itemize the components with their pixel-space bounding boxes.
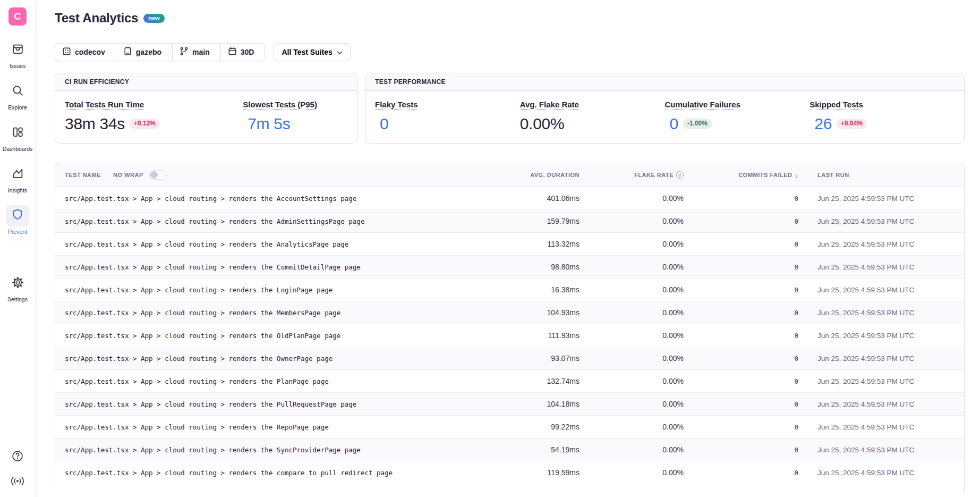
test-name-cell[interactable]: src/App.test.tsx > App > cloud routing >… (55, 423, 499, 431)
last-run-cell: Jun 25, 2025 4:59:53 PM UTC (798, 355, 964, 363)
avg-duration-cell: 159.79ms (547, 217, 580, 225)
column-flake-rate[interactable]: FLAKE RATE ? (634, 171, 684, 179)
table-row[interactable]: src/App.test.tsx > App > cloud routing >… (55, 210, 964, 233)
filter-segment-main[interactable]: main (173, 44, 221, 61)
test-name-cell[interactable]: src/App.test.tsx > App > cloud routing >… (55, 240, 499, 248)
test-name-cell[interactable]: src/App.test.tsx > App > cloud routing >… (55, 286, 499, 294)
sidebar-item-label: Insights (8, 187, 27, 193)
flake-rate-cell: 0.00% (662, 400, 684, 408)
change-badge: -1.00% (683, 119, 712, 129)
test-name-cell[interactable]: src/App.test.tsx > App > cloud routing >… (55, 263, 499, 271)
table-row[interactable]: src/App.test.tsx > App > cloud routing >… (55, 187, 964, 210)
stat-label[interactable]: Slowest Tests (P95) (243, 100, 317, 110)
filter-segmented-control: codecov gazebo main 30D (55, 43, 265, 61)
help-icon[interactable] (11, 449, 24, 465)
column-test-name[interactable]: TEST NAME (65, 172, 101, 178)
branch-icon (180, 47, 189, 57)
flake-rate-cell: 0.00% (662, 240, 684, 248)
sidebar-item-settings[interactable]: Settings (0, 273, 35, 302)
broadcast-icon[interactable] (10, 476, 25, 488)
column-last-run[interactable]: LAST RUN (798, 172, 964, 178)
last-run-cell: Jun 25, 2025 4:59:53 PM UTC (798, 240, 964, 248)
flake-rate-cell: 0.00% (662, 354, 684, 363)
test-name-cell[interactable]: src/App.test.tsx > App > cloud routing >… (55, 469, 499, 477)
stat-label[interactable]: Flaky Tests (375, 100, 418, 110)
last-run-cell: Jun 25, 2025 4:59:53 PM UTC (798, 446, 964, 454)
stat-block: Cumulative Failures 0 -1.00% (665, 100, 810, 133)
org-icon (62, 47, 71, 57)
table-body: src/App.test.tsx > App > cloud routing >… (55, 187, 964, 484)
sidebar-nav: Issues Explore Dashboards Insights Preve… (0, 39, 35, 247)
avg-duration-cell: 113.32ms (548, 240, 580, 248)
sidebar-item-insights[interactable]: Insights (0, 164, 35, 193)
test-name-cell[interactable]: src/App.test.tsx > App > cloud routing >… (55, 355, 499, 363)
commits-failed-cell: 0 (794, 217, 798, 225)
sidebar-item-prevent[interactable]: Prevent (0, 205, 35, 235)
commits-failed-cell: 0 (794, 286, 798, 294)
avg-duration-cell: 54.19ms (551, 445, 580, 454)
avg-duration-cell: 16.38ms (551, 285, 580, 294)
insights-icon (11, 167, 24, 182)
table-row[interactable]: src/App.test.tsx > App > cloud routing >… (55, 324, 964, 347)
last-run-cell: Jun 25, 2025 4:59:53 PM UTC (798, 377, 964, 385)
table-row[interactable]: src/App.test.tsx > App > cloud routing >… (55, 347, 964, 370)
commits-failed-cell: 0 (794, 377, 798, 385)
filter-segment-codecov[interactable]: codecov (55, 44, 116, 61)
main-content: Test Analytics new codecov gazebo main 3… (36, 0, 980, 493)
table-row[interactable]: src/App.test.tsx > App > cloud routing >… (55, 301, 964, 324)
sidebar-item-dashboards[interactable]: Dashboards (0, 122, 35, 152)
stat-value: 38m 34s (65, 115, 125, 133)
stat-label[interactable]: Skipped Tests (809, 100, 863, 110)
table-row[interactable]: src/App.test.tsx > App > cloud routing >… (55, 233, 964, 256)
header-divider (107, 171, 107, 179)
sidebar-item-explore[interactable]: Explore (0, 81, 35, 111)
test-suites-dropdown[interactable]: All Test Suites (274, 43, 350, 61)
ci-run-efficiency-panel: CI RUN EFFICIENCY Total Tests Run Time 3… (55, 73, 357, 144)
last-run-cell: Jun 25, 2025 4:59:53 PM UTC (798, 400, 964, 408)
table-row[interactable]: src/App.test.tsx > App > cloud routing >… (55, 279, 964, 301)
table-row[interactable]: src/App.test.tsx > App > cloud routing >… (55, 461, 964, 484)
filter-segment-gazebo[interactable]: gazebo (116, 44, 173, 61)
test-name-cell[interactable]: src/App.test.tsx > App > cloud routing >… (55, 217, 499, 225)
filter-bar: codecov gazebo main 30D All Test Suites (55, 43, 965, 61)
stat-label[interactable]: Avg. Flake Rate (520, 100, 579, 110)
test-name-cell[interactable]: src/App.test.tsx > App > cloud routing >… (55, 400, 499, 408)
stat-label[interactable]: Cumulative Failures (665, 100, 741, 110)
prevent-icon (11, 208, 24, 224)
sidebar-item-label: Dashboards (3, 146, 33, 152)
table-row[interactable]: src/App.test.tsx > App > cloud routing >… (55, 439, 964, 461)
last-run-cell: Jun 25, 2025 4:59:53 PM UTC (798, 286, 964, 294)
stat-block: Skipped Tests 26 +0.04% (809, 100, 955, 133)
stat-label[interactable]: Total Tests Run Time (65, 100, 144, 110)
commits-failed-cell: 0 (794, 195, 798, 203)
commits-failed-cell: 0 (794, 469, 798, 477)
question-circle-icon[interactable]: ? (676, 171, 684, 179)
commits-failed-cell: 0 (794, 309, 798, 317)
table-row[interactable]: src/App.test.tsx > App > cloud routing >… (55, 416, 964, 439)
avg-duration-cell: 111.93ms (548, 331, 580, 340)
flake-rate-cell: 0.00% (662, 263, 684, 271)
no-wrap-toggle[interactable] (149, 170, 167, 180)
sidebar-divider (7, 248, 28, 248)
sidebar-item-label: Issues (10, 63, 25, 69)
change-badge: +0.12% (130, 119, 160, 129)
column-commits-failed[interactable]: COMMITS FAILED ↓ (738, 171, 798, 179)
test-name-cell[interactable]: src/App.test.tsx > App > cloud routing >… (55, 446, 499, 454)
table-row[interactable]: src/App.test.tsx > App > cloud routing >… (55, 370, 964, 393)
test-name-cell[interactable]: src/App.test.tsx > App > cloud routing >… (55, 309, 499, 317)
filter-segment-30D[interactable]: 30D (221, 44, 265, 61)
test-name-cell[interactable]: src/App.test.tsx > App > cloud routing >… (55, 332, 499, 340)
table-row[interactable]: src/App.test.tsx > App > cloud routing >… (55, 393, 964, 416)
table-row[interactable]: src/App.test.tsx > App > cloud routing >… (55, 256, 964, 279)
panel-title: TEST PERFORMANCE (365, 73, 964, 91)
sidebar-item-issues[interactable]: Issues (0, 39, 35, 69)
org-avatar[interactable]: C (8, 7, 27, 26)
avg-duration-cell: 93.07ms (551, 354, 580, 363)
settings-icon (11, 276, 24, 291)
page-title: Test Analytics (55, 11, 138, 26)
stat-block: Avg. Flake Rate 0.00% (520, 100, 665, 133)
column-avg-duration[interactable]: AVG. DURATION (530, 172, 580, 178)
test-name-cell[interactable]: src/App.test.tsx > App > cloud routing >… (55, 377, 499, 385)
flake-rate-cell: 0.00% (662, 331, 684, 340)
test-name-cell[interactable]: src/App.test.tsx > App > cloud routing >… (55, 195, 499, 203)
